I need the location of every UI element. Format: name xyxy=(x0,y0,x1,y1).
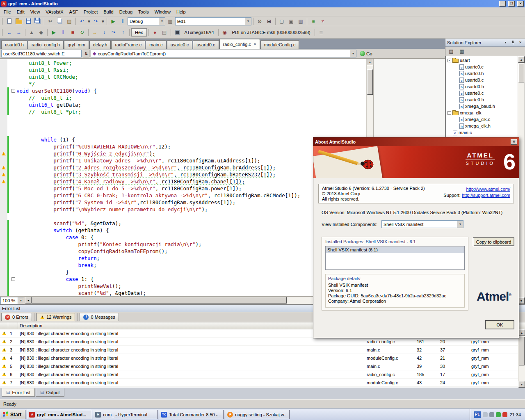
code-line[interactable]: */ xyxy=(0,80,366,87)
collapse-icon[interactable]: - xyxy=(447,111,451,115)
scroll-up-icon[interactable]: ▲ xyxy=(367,59,373,65)
navigate-forward-icon[interactable]: → xyxy=(14,28,23,37)
support-link[interactable]: http://support.atmel.com xyxy=(462,193,510,198)
debugger-icon[interactable]: ◉ xyxy=(220,28,229,37)
find-icon[interactable]: ⊙ xyxy=(255,17,264,25)
code-line[interactable]: switch (getData) { xyxy=(0,227,366,234)
code-line[interactable]: break; xyxy=(0,262,366,269)
code-line[interactable]: uint8_t Rssi; xyxy=(0,66,366,73)
redo-dropdown-icon[interactable]: ▾ xyxy=(101,17,105,25)
code-line[interactable]: printf("3 Szybkość transmisji ->%d\n\r",… xyxy=(0,171,366,178)
nav-splitter-button[interactable]: ⇅ xyxy=(83,50,89,57)
errors-filter-button[interactable]: ✕0 Errors xyxy=(1,313,32,321)
solution-explorer-titlebar[interactable]: Solution Explorer ▾ ✕ xyxy=(445,39,525,47)
language-indicator[interactable]: PL xyxy=(474,411,481,418)
close-icon[interactable]: ✕ xyxy=(517,40,523,46)
code-line[interactable] xyxy=(0,122,366,129)
code-line[interactable]: printf("0 Wyjście z edycji\n\r"); xyxy=(0,150,366,157)
tree-item-xmega_clk.c[interactable]: cxmega_clk.c xyxy=(446,116,518,123)
tree-item-xmega_clk.h[interactable]: hxmega_clk.h xyxy=(446,123,518,129)
zoom-combo[interactable]: 100 % ▼ xyxy=(0,297,24,304)
code-line[interactable]: copyConfigRadioRamToEEprom(); xyxy=(0,248,366,255)
scroll-thumb[interactable] xyxy=(519,337,525,365)
code-line[interactable]: while (1) { xyxy=(0,136,366,143)
tray-alert-icon[interactable] xyxy=(502,412,507,417)
error-row[interactable]: 7[N] 830 : illegal character encoding in… xyxy=(0,379,525,387)
copy-to-clipboard-button[interactable]: Copy to clipboard xyxy=(473,237,514,246)
code-line[interactable]: // uint8_t *ptr; xyxy=(0,108,366,115)
error-row[interactable]: 4[N] 830 : illegal character encoding in… xyxy=(0,354,525,362)
chevron-down-icon[interactable]: ▼ xyxy=(245,18,251,25)
code-line[interactable] xyxy=(0,115,366,122)
components-select[interactable]: Shell VSIX manifest ▼ xyxy=(381,220,463,228)
panel-tab-error-list[interactable]: ▤Error List xyxy=(2,388,35,397)
device-icon[interactable] xyxy=(173,28,182,37)
menu-window[interactable]: Window xyxy=(152,8,173,16)
code-line[interactable]: printf("2 Adres rozgłoszeniowy ->%d\n\r"… xyxy=(0,164,366,171)
solution-configuration-combo[interactable]: Debug▼ xyxy=(128,17,165,25)
watch-window-icon[interactable]: ▤ xyxy=(160,28,169,37)
chevron-down-icon[interactable]: ▼ xyxy=(350,50,356,57)
code-line[interactable]: uint8_t CRCMode; xyxy=(0,73,366,80)
code-line[interactable] xyxy=(0,213,366,220)
close-button[interactable]: ✕ xyxy=(517,1,524,7)
chevron-down-icon[interactable]: ▼ xyxy=(159,18,165,25)
taskbar-task-atmel[interactable]: Agryf_mm - AtmelStud... xyxy=(27,410,91,419)
code-line[interactable]: return; xyxy=(0,255,366,262)
hex-toggle-button[interactable]: Hex xyxy=(131,28,147,37)
uncomment-icon[interactable]: ≠ xyxy=(318,17,327,25)
icon-column-header[interactable] xyxy=(0,322,8,329)
number-column-header[interactable] xyxy=(8,322,18,329)
code-line[interactable]: case 0: { xyxy=(0,234,366,241)
tab-main.c[interactable]: main.c xyxy=(146,40,166,49)
menu-project[interactable]: Project xyxy=(81,8,100,16)
menu-vassistx[interactable]: VAssistX xyxy=(43,8,66,16)
chevron-down-icon[interactable]: ▼ xyxy=(457,221,463,228)
ok-button[interactable]: OK xyxy=(485,320,514,329)
minimize-button[interactable]: — xyxy=(499,1,506,7)
tree-item-xmega_clk[interactable]: -xmega_clk xyxy=(446,110,518,116)
tray-network-icon[interactable] xyxy=(489,412,494,417)
tab-radioFrame.c[interactable]: radioFrame.c xyxy=(111,40,145,49)
code-line[interactable]: uint16_t getData; xyxy=(0,101,366,108)
code-line[interactable]: uint8_t Power; xyxy=(0,59,366,66)
find-in-files-icon[interactable]: ⊞ xyxy=(265,17,274,25)
start-button[interactable]: Start xyxy=(1,410,25,419)
toolbox-icon[interactable]: ▥ xyxy=(296,17,305,25)
tree-item-usartc0.h[interactable]: husartc0.h xyxy=(446,70,518,77)
code-line[interactable]: printf("7 System id ->%d\r",rc1180Config… xyxy=(0,199,366,206)
taskbar-task-firefox[interactable]: Fnaggy setting - Szukaj w... xyxy=(225,410,290,419)
chevron-down-icon[interactable]: ▼ xyxy=(18,297,24,304)
build-solution-icon[interactable]: ▲ xyxy=(27,28,36,37)
code-line[interactable]: scanf("%d", &getData); xyxy=(0,290,366,296)
menu-edit[interactable]: Edit xyxy=(14,8,27,16)
configuration-manager-icon[interactable]: ▦ xyxy=(166,17,175,25)
code-line[interactable]: printf("4 Kanał radiowy ->%d\n\r", rc118… xyxy=(0,178,366,185)
tree-item-usart[interactable]: -usart xyxy=(446,57,518,64)
menu-view[interactable]: View xyxy=(27,8,43,16)
code-line[interactable]: // uint8_t i; xyxy=(0,94,366,101)
scroll-down-icon[interactable]: ▼ xyxy=(518,381,525,388)
start-debug-icon[interactable]: ▶ xyxy=(109,17,118,25)
break-all-icon[interactable]: ‖ xyxy=(118,17,127,25)
close-icon[interactable]: ✕ xyxy=(511,139,517,145)
tree-item-xmega_baud.h[interactable]: hxmega_baud.h xyxy=(446,103,518,110)
code-line[interactable]: } xyxy=(0,269,366,276)
window-menu-icon[interactable]: ▾ xyxy=(502,40,509,46)
context-combo[interactable]: userSetRC1180.while.switch.E xyxy=(1,50,82,57)
scroll-up-icon[interactable]: ▲ xyxy=(518,56,525,63)
tree-item-main.c[interactable]: cmain.c xyxy=(446,129,518,136)
undo-icon[interactable]: ↶ xyxy=(78,17,87,25)
code-line[interactable]: printf("%cUSTAWIENIA RADIOWE\n\r",12); xyxy=(0,143,366,150)
restore-button[interactable]: ❐ xyxy=(508,1,515,7)
menu-tools[interactable]: Tools xyxy=(135,8,152,16)
scroll-track[interactable] xyxy=(32,297,359,304)
scroll-thumb[interactable] xyxy=(518,64,524,82)
continue-debug-icon[interactable]: ▶ xyxy=(49,28,58,37)
undo-dropdown-icon[interactable]: ▾ xyxy=(87,17,91,25)
comment-icon[interactable]: ≡ xyxy=(309,17,318,25)
clock[interactable]: 21:34 xyxy=(509,412,521,417)
tree-item-usartd0.h[interactable]: husartd0.h xyxy=(446,83,518,90)
step-over-icon[interactable]: ↷ xyxy=(109,28,118,37)
code-line[interactable]: printf("\nWybierz numer parametru do edy… xyxy=(0,206,366,213)
